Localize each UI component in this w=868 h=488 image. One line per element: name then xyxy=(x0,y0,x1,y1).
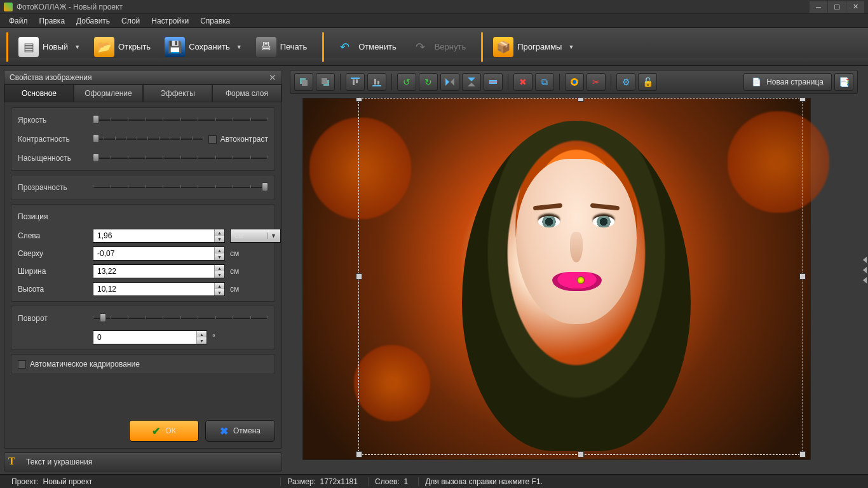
programs-button[interactable]: 📦Программы▼ xyxy=(488,34,579,60)
minimize-button[interactable]: ─ xyxy=(810,1,827,13)
image-properties-panel: Свойства изображения ✕ Основное Оформлен… xyxy=(4,70,282,449)
app-icon xyxy=(4,3,13,11)
svg-rect-1 xyxy=(302,80,308,86)
print-button[interactable]: 🖶Печать xyxy=(251,34,313,60)
saturation-slider[interactable] xyxy=(93,153,268,163)
handle-bm[interactable] xyxy=(578,451,584,458)
svg-marker-11 xyxy=(451,78,454,86)
menu-settings[interactable]: Настройки xyxy=(146,15,194,27)
brightness-slider[interactable] xyxy=(93,115,268,125)
handle-mr[interactable] xyxy=(799,273,806,280)
top-input[interactable]: ▲▼ xyxy=(93,247,225,261)
rotate-input[interactable]: ▲▼ xyxy=(93,330,207,344)
ok-button[interactable]: ✔ОК xyxy=(129,420,199,442)
redo-button[interactable]: ↷Вернуть xyxy=(405,34,471,60)
svg-point-16 xyxy=(573,80,576,84)
rotate-label: Поворот xyxy=(18,314,88,323)
new-button[interactable]: ▤Новый▼ xyxy=(13,34,85,60)
panel-title: Свойства изображения xyxy=(10,73,92,82)
color-icon[interactable] xyxy=(565,73,584,91)
width-input[interactable]: ▲▼ xyxy=(93,264,225,278)
menu-file[interactable]: Файл xyxy=(4,15,33,27)
canvas-toolbar: ↺ ↻ ✖ ⧉ ✂ ⚙ 🔓 📄Новая страница 📑 xyxy=(290,70,858,94)
menu-help[interactable]: Справка xyxy=(195,15,235,27)
svg-rect-5 xyxy=(353,79,355,85)
align-top-icon[interactable] xyxy=(346,73,365,91)
close-window-button[interactable]: ✕ xyxy=(846,1,864,13)
height-input[interactable]: ▲▼ xyxy=(93,282,225,296)
menu-bar: Файл Правка Добавить Слой Настройки Спра… xyxy=(0,14,868,28)
tab-main[interactable]: Основное xyxy=(4,85,74,102)
svg-rect-8 xyxy=(374,79,376,85)
svg-rect-3 xyxy=(322,78,327,84)
cancel-button[interactable]: ✖Отмена xyxy=(205,420,275,442)
title-bar: ФотоКОЛЛАЖ - Новый проект ─ ▢ ✕ xyxy=(0,0,868,14)
saturation-label: Насыщенность xyxy=(18,154,88,163)
crop-icon[interactable]: ⧉ xyxy=(535,73,554,91)
page-settings-icon[interactable]: 📑 xyxy=(834,73,853,91)
text-decorations-button[interactable]: T Текст и украшения xyxy=(4,452,282,471)
bring-forward-icon[interactable] xyxy=(294,73,313,91)
handle-ml[interactable] xyxy=(356,273,362,280)
height-label: Высота xyxy=(18,285,88,294)
new-page-button[interactable]: 📄Новая страница xyxy=(743,73,832,91)
tab-design[interactable]: Оформление xyxy=(74,85,143,102)
svg-rect-6 xyxy=(356,79,358,83)
selection-box[interactable] xyxy=(358,98,803,455)
cut-icon[interactable]: ✂ xyxy=(587,73,606,91)
flip-vertical-icon[interactable] xyxy=(462,73,481,91)
rotate-right-icon[interactable]: ↻ xyxy=(419,73,438,91)
left-label: Слева xyxy=(18,231,88,240)
fit-width-icon[interactable] xyxy=(484,73,503,91)
handle-bl[interactable] xyxy=(356,451,362,458)
svg-rect-4 xyxy=(351,78,360,79)
menu-edit[interactable]: Правка xyxy=(34,15,71,27)
send-backward-icon[interactable] xyxy=(316,73,335,91)
delete-icon[interactable]: ✖ xyxy=(513,73,532,91)
maximize-button[interactable]: ▢ xyxy=(828,1,846,13)
status-bar: Проект: Новый проект Размер: 1772x1181 С… xyxy=(0,474,868,488)
top-label: Сверху xyxy=(18,249,88,258)
rotate-handle[interactable] xyxy=(577,276,585,284)
undo-button[interactable]: ↶Отменить xyxy=(329,34,401,60)
tab-shape[interactable]: Форма слоя xyxy=(212,85,281,102)
flip-horizontal-icon[interactable] xyxy=(440,73,459,91)
panel-close-icon[interactable]: ✕ xyxy=(269,72,276,83)
svg-rect-9 xyxy=(377,81,379,85)
contrast-slider[interactable] xyxy=(93,134,203,144)
svg-marker-12 xyxy=(468,78,475,81)
handle-tm[interactable] xyxy=(578,98,584,102)
lock-icon[interactable]: 🔓 xyxy=(638,73,657,91)
handle-tl[interactable] xyxy=(356,98,362,102)
opacity-label: Прозрачность xyxy=(18,183,88,192)
rotate-left-icon[interactable]: ↺ xyxy=(397,73,416,91)
handle-tr[interactable] xyxy=(799,98,806,102)
window-title: ФотоКОЛЛАЖ - Новый проект xyxy=(17,3,123,11)
main-toolbar: ▤Новый▼ 📂Открыть 💾Сохранить▼ 🖶Печать ↶От… xyxy=(0,28,868,66)
canvas[interactable] xyxy=(290,98,858,470)
left-input[interactable]: ▲▼ xyxy=(93,229,225,243)
autocontrast-checkbox[interactable]: Автоконтраст xyxy=(208,135,268,144)
menu-add[interactable]: Добавить xyxy=(71,15,115,27)
autocrop-checkbox[interactable]: Автоматическое кадрирование xyxy=(18,360,268,369)
svg-rect-7 xyxy=(372,85,381,86)
svg-marker-10 xyxy=(445,78,449,86)
width-label: Ширина xyxy=(18,267,88,276)
unit-select[interactable]: см▼ xyxy=(230,229,281,243)
save-button[interactable]: 💾Сохранить▼ xyxy=(159,34,247,60)
panel-tabs: Основное Оформление Эффекты Форма слоя xyxy=(4,85,281,102)
align-bottom-icon[interactable] xyxy=(367,73,386,91)
page-add-icon: 📄 xyxy=(752,78,761,86)
contrast-label: Контрастность xyxy=(18,135,88,144)
right-collapse-strip[interactable] xyxy=(862,66,868,474)
open-button[interactable]: 📂Открыть xyxy=(89,34,156,60)
menu-layer[interactable]: Слой xyxy=(116,15,145,27)
position-header: Позиция xyxy=(18,212,48,221)
tab-effects[interactable]: Эффекты xyxy=(143,85,212,102)
opacity-slider[interactable] xyxy=(93,182,268,193)
brightness-label: Яркость xyxy=(18,116,88,125)
text-icon: T xyxy=(8,456,21,468)
handle-br[interactable] xyxy=(799,451,806,458)
rotate-slider[interactable] xyxy=(93,313,268,323)
settings-icon[interactable]: ⚙ xyxy=(616,73,635,91)
